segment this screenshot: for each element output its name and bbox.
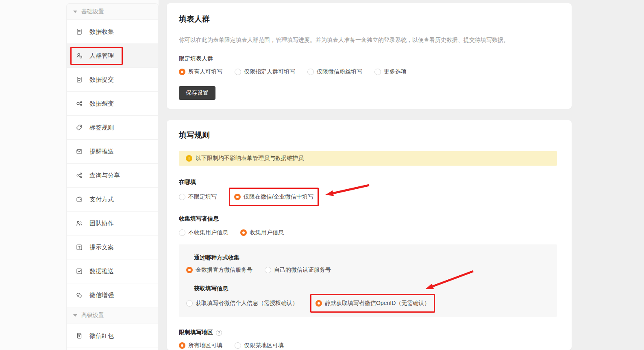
radio-circle	[179, 69, 185, 75]
sidebar-item-data-submission[interactable]: 数据提交	[67, 68, 158, 92]
radio-label: 仅限微信粉丝填写	[317, 68, 362, 76]
team-icon	[76, 220, 83, 227]
sidebar-item-label: 数据收集	[89, 28, 114, 36]
radio-label: 所有人可填写	[188, 68, 222, 76]
sidebar-item-label: 支付方式	[89, 196, 114, 203]
sidebar-item-data-fission[interactable]: 数据裂变	[67, 92, 158, 116]
sidebar-item-team-collaboration[interactable]: 团队协作	[67, 212, 158, 235]
settings-sidebar: 基础设置 数据收集 人群管理 数据提交 数据裂变 标签规则	[66, 3, 159, 350]
radio-circle	[307, 69, 314, 75]
sidebar-item-label: 团队协作	[89, 220, 114, 227]
main-content: 填表人群 你可以在此为表单限定填表人群范围，管理填写进度。并为填表人准备一套独立…	[159, 0, 644, 350]
radio-label: 静默获取填写者微信OpenID（无需确认）	[325, 300, 430, 307]
group-header-label: 基础设置	[81, 8, 104, 15]
sidebar-item-wechat-red-packet[interactable]: 微信红包	[67, 324, 158, 348]
radio-option-everyone[interactable]: 所有人可填写	[179, 68, 222, 76]
wallet-icon	[76, 196, 83, 203]
radio-label: 仅限某地区可填	[244, 342, 284, 349]
chart-icon	[76, 268, 83, 275]
card-title: 填写规则	[179, 130, 557, 140]
help-icon[interactable]: ?	[216, 330, 222, 336]
sidebar-item-people-management[interactable]: 人群管理	[67, 44, 158, 68]
radio-option-own-service-account[interactable]: 自己的微信认证服务号	[265, 266, 331, 274]
sidebar-item-label: 微信红包	[89, 332, 114, 340]
sidebar-column: 基础设置 数据收集 人群管理 数据提交 数据裂变 标签规则	[66, 0, 159, 350]
radio-option-more[interactable]: 更多选项	[374, 68, 407, 76]
radio-label: 不限定填写	[188, 193, 217, 201]
sidebar-item-wechat-enhance[interactable]: 微信增强	[67, 283, 158, 307]
sidebar-item-label: 数据裂变	[89, 100, 114, 108]
radio-circle	[186, 300, 193, 307]
collect-info-label: 收集填写者信息	[179, 215, 557, 223]
sidebar-item-label: 数据推送	[89, 268, 114, 275]
where-radio-group: 不限定填写 仅限在微信/企业微信中填写	[179, 193, 557, 201]
red-packet-icon	[76, 332, 83, 339]
radio-circle	[374, 69, 381, 75]
sidebar-group-basic-settings[interactable]: 基础设置	[67, 4, 158, 20]
limit-audience-label: 限定填表人群	[179, 55, 557, 63]
document-icon	[76, 28, 83, 35]
collect-radio-group: 不收集用户信息 收集用户信息	[179, 229, 557, 236]
group-header-label: 高级设置	[81, 312, 104, 319]
radio-option-wechat-only[interactable]: 仅限在微信/企业微信中填写	[229, 188, 319, 206]
radio-circle	[179, 342, 185, 349]
radio-label: 更多选项	[384, 68, 407, 76]
chevron-down-icon	[73, 11, 77, 13]
radio-label: 金数据官方微信服务号	[196, 266, 252, 274]
tag-icon	[76, 124, 83, 131]
region-radio-group: 所有地区可填 仅限某地区可填	[179, 342, 557, 349]
sidebar-item-payment-method[interactable]: 支付方式	[67, 188, 158, 212]
radio-circle	[315, 300, 322, 307]
filling-rules-card: 填写规则 ! 以下限制均不影响表单管理员与数据维护员 在哪填 不限定填写 仅限在…	[167, 120, 572, 350]
radio-circle	[179, 194, 185, 200]
radio-label: 仅限在微信/企业微信中填写	[244, 193, 313, 201]
radio-option-all-regions[interactable]: 所有地区可填	[179, 342, 222, 349]
sidebar-item-label: 人群管理	[89, 52, 114, 60]
where-to-fill-label: 在哪填	[179, 179, 557, 186]
notice-text: 以下限制均不影响表单管理员与数据维护员	[196, 155, 304, 162]
radio-option-silent-openid[interactable]: 静默获取填写者微信OpenID（无需确认）	[310, 294, 435, 313]
sidebar-item-reminder-push[interactable]: 提醒推送	[67, 140, 158, 164]
sidebar-item-query-share[interactable]: 查询与分享	[67, 164, 158, 188]
card-description: 你可以在此为表单限定填表人群范围，管理填写进度。并为填表人准备一套独立的登录系统…	[179, 37, 557, 44]
radio-option-wechat-profile[interactable]: 获取填写者微信个人信息（需授权确认）	[186, 300, 298, 307]
sidebar-item-tag-rules[interactable]: 标签规则	[67, 116, 158, 140]
notice-banner: ! 以下限制均不影响表单管理员与数据维护员	[179, 151, 557, 166]
document-check-icon	[76, 76, 83, 83]
radio-option-wechat-fans[interactable]: 仅限微信粉丝填写	[307, 68, 362, 76]
radio-circle	[186, 267, 193, 273]
radio-circle	[235, 342, 241, 349]
radio-option-specified-people[interactable]: 仅限指定人群可填写	[235, 68, 295, 76]
sidebar-group-advanced-settings[interactable]: 高级设置	[67, 307, 158, 324]
radio-circle	[265, 267, 271, 273]
sidebar-item-label: 提示文案	[89, 244, 114, 251]
radio-circle	[240, 229, 247, 236]
sidebar-item-prompt-text[interactable]: 提示文案	[67, 235, 158, 259]
audience-radio-group: 所有人可填写 仅限指定人群可填写 仅限微信粉丝填写 更多选项	[179, 68, 557, 76]
radio-label: 仅限指定人群可填写	[244, 68, 295, 76]
sidebar-item-label: 标签规则	[89, 124, 114, 132]
collect-method-label: 通过哪种方式收集	[194, 254, 550, 261]
split-nodes-icon	[76, 100, 83, 107]
card-title: 填表人群	[179, 14, 557, 24]
radio-option-some-regions[interactable]: 仅限某地区可填	[235, 342, 284, 349]
sidebar-item-label: 微信增强	[89, 292, 114, 299]
method-radio-group: 金数据官方微信服务号 自己的微信认证服务号	[186, 266, 550, 274]
page: 基础设置 数据收集 人群管理 数据提交 数据裂变 标签规则	[0, 0, 644, 350]
radio-option-collect[interactable]: 收集用户信息	[240, 229, 284, 236]
wechat-icon	[76, 292, 83, 299]
left-strip	[0, 0, 66, 350]
save-settings-button[interactable]: 保存设置	[179, 86, 215, 100]
collect-method-panel: 通过哪种方式收集 金数据官方微信服务号 自己的微信认证服务号 获取填写信息	[179, 244, 557, 317]
region-limit-text: 限制填写地区	[179, 329, 213, 336]
warning-icon: !	[186, 155, 192, 162]
radio-label: 不收集用户信息	[188, 229, 228, 236]
radio-option-no-collect[interactable]: 不收集用户信息	[179, 229, 228, 236]
sidebar-item-label: 数据提交	[89, 76, 114, 84]
sidebar-item-data-collection[interactable]: 数据收集	[67, 20, 158, 44]
sidebar-item-data-push[interactable]: 数据推送	[67, 259, 158, 283]
radio-option-official-service-account[interactable]: 金数据官方微信服务号	[186, 266, 252, 274]
radio-circle	[179, 229, 185, 236]
sidebar-item-label: 提醒推送	[89, 148, 114, 156]
radio-option-no-limit[interactable]: 不限定填写	[179, 193, 217, 201]
